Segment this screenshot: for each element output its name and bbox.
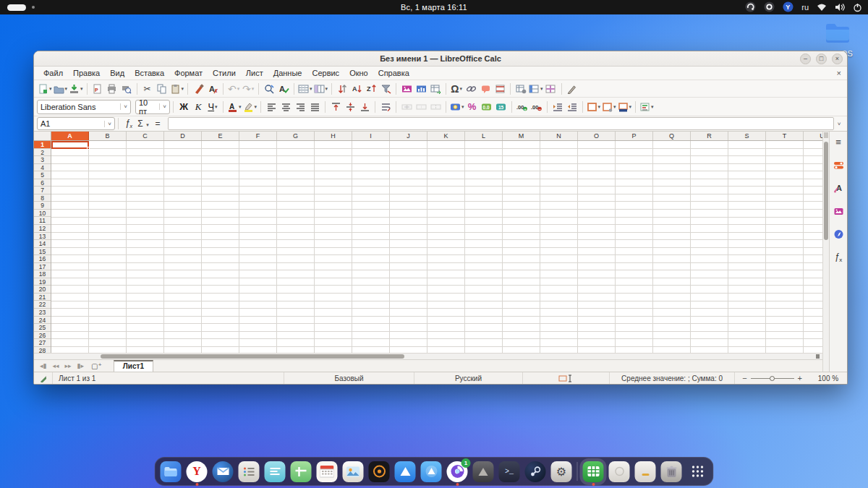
dock-calendar-app[interactable] [317, 461, 338, 482]
delete-decimal-icon[interactable]: .00– [529, 100, 544, 114]
workspace-pill-icon[interactable] [7, 4, 26, 11]
menu-Правка[interactable]: Правка [68, 68, 105, 78]
column-header-N[interactable]: N [540, 132, 578, 140]
dock-music-app[interactable] [369, 461, 390, 482]
recorder-indicator-icon[interactable] [745, 1, 756, 14]
dock-drive-app[interactable] [395, 461, 416, 482]
underline-icon[interactable]: Ч▾ [205, 100, 220, 114]
wifi-icon[interactable] [817, 3, 827, 12]
zoom-in-button[interactable]: + [798, 374, 802, 382]
menu-Справка[interactable]: Справка [373, 68, 414, 78]
sidebar-settings-icon[interactable]: ≡ [831, 134, 846, 149]
row-header-27[interactable]: 27 [34, 339, 51, 347]
background-color-icon[interactable]: ▾ [617, 100, 633, 114]
dock-settings-app[interactable]: ⚙ [551, 461, 572, 482]
column-header-G[interactable]: G [277, 132, 315, 140]
row-header-4[interactable]: 4 [34, 164, 51, 172]
decrease-indent-icon[interactable] [565, 100, 579, 114]
column-header-U[interactable]: U [804, 132, 822, 140]
row-header-25[interactable]: 25 [34, 324, 51, 332]
align-center-icon[interactable] [278, 100, 293, 114]
conditional-formatting-icon[interactable]: ▾ [639, 100, 655, 114]
column-header-M[interactable]: M [503, 132, 540, 140]
wrap-text-icon[interactable] [378, 100, 393, 114]
select-all-corner[interactable] [34, 132, 51, 140]
close-document-icon[interactable]: × [837, 69, 841, 77]
dock-libreoffice-calc-app[interactable] [583, 461, 604, 482]
insert-chart-icon[interactable] [414, 82, 428, 96]
row-header-18[interactable]: 18 [34, 270, 51, 278]
title-bar[interactable]: Без имени 1 — LibreOffice Calc – □ × [34, 51, 847, 67]
column-header-A[interactable]: A [51, 132, 89, 140]
comment-icon[interactable] [478, 82, 493, 96]
formula-button[interactable]: = [150, 119, 165, 129]
dock-browser-profile-app[interactable]: 1 [447, 461, 468, 482]
column-header-O[interactable]: O [578, 132, 616, 140]
column-header-I[interactable]: I [352, 132, 390, 140]
keyboard-layout-indicator[interactable]: ru [801, 3, 809, 12]
add-sheet-button[interactable]: ▢⁺ [87, 361, 106, 372]
row-header-12[interactable]: 12 [34, 225, 51, 233]
cells-area[interactable] [51, 141, 822, 353]
row-header-3[interactable]: 3 [34, 156, 51, 164]
freeze-rows-columns-icon[interactable]: ▾ [528, 82, 544, 96]
align-left-icon[interactable] [264, 100, 278, 114]
sort-ascending-icon[interactable]: A [349, 82, 364, 96]
row-header-11[interactable]: 11 [34, 217, 51, 225]
column-header-B[interactable]: B [89, 132, 127, 140]
dock-dark-utility-app[interactable] [473, 461, 494, 482]
expand-formula-bar-icon[interactable]: ˅ [834, 121, 844, 127]
row-header-14[interactable]: 14 [34, 240, 51, 248]
row-header-20[interactable]: 20 [34, 286, 51, 294]
column-header-C[interactable]: C [127, 132, 164, 140]
column-header-S[interactable]: S [728, 132, 766, 140]
horizontal-scrollbar[interactable] [34, 353, 822, 359]
chevron-down-icon[interactable]: ˅ [104, 121, 111, 127]
border-style-icon[interactable]: ▾ [601, 100, 617, 114]
split-window-icon[interactable] [544, 82, 558, 96]
last-sheet-button[interactable]: ▮▸ [75, 361, 87, 372]
highlight-color-icon[interactable]: ▾ [242, 100, 258, 114]
name-box[interactable]: A1 ˅ [37, 117, 115, 130]
close-button[interactable]: × [832, 53, 843, 64]
clone-formatting-icon[interactable] [191, 82, 205, 96]
sheet-tab[interactable]: Лист1 [114, 360, 153, 372]
spreadsheet-grid[interactable]: ABCDEFGHIJKLMNOPQRSTU 123456789101112131… [34, 132, 822, 353]
align-top-icon[interactable] [328, 100, 343, 114]
print-icon[interactable] [105, 82, 119, 96]
sort-icon[interactable] [335, 82, 349, 96]
dock-tasks-app[interactable] [239, 461, 260, 482]
chevron-down-icon[interactable]: ˅ [120, 103, 127, 110]
yandex-indicator-icon[interactable]: Y [783, 1, 793, 14]
new-icon[interactable]: ▾ [37, 82, 53, 96]
dock-light-app-1[interactable] [609, 461, 630, 482]
menu-Формат[interactable]: Формат [169, 68, 208, 78]
signature-pen-icon[interactable] [40, 374, 46, 382]
column-header-F[interactable]: F [239, 132, 277, 140]
dock-terminal-app[interactable]: >_ [499, 461, 520, 482]
row-header-17[interactable]: 17 [34, 263, 51, 271]
fill-handle[interactable] [87, 147, 90, 150]
dock-photos-app[interactable] [343, 461, 364, 482]
select-sum-button[interactable]: Σ ▾ [136, 119, 150, 129]
menu-Вставка[interactable]: Вставка [129, 68, 169, 78]
center-vertically-icon[interactable] [343, 100, 357, 114]
menu-Данные[interactable]: Данные [268, 68, 307, 78]
column-header-K[interactable]: K [427, 132, 465, 140]
menu-Стили[interactable]: Стили [208, 68, 241, 78]
next-sheet-button[interactable]: ▸▸ [62, 361, 75, 372]
column-header-E[interactable]: E [202, 132, 239, 140]
first-sheet-button[interactable]: ◂▮ [37, 361, 49, 372]
number-format-icon[interactable]: 0.0 [480, 100, 494, 114]
cut-icon[interactable]: ✂ [140, 82, 155, 96]
row-header-5[interactable]: 5 [34, 171, 51, 179]
column-header-L[interactable]: L [465, 132, 503, 140]
italic-icon[interactable]: К [191, 100, 205, 114]
align-right-icon[interactable] [293, 100, 307, 114]
function-wizard-button[interactable]: ƒx [122, 118, 136, 129]
properties-deck-icon[interactable] [831, 158, 846, 172]
styles-deck-icon[interactable]: A [831, 181, 846, 195]
dock-yandex-browser-app[interactable]: Y [187, 461, 208, 482]
cell-stats[interactable]: Среднее значение: ; Сумма: 0 [610, 372, 735, 384]
zoom-slider-knob[interactable] [770, 376, 775, 381]
